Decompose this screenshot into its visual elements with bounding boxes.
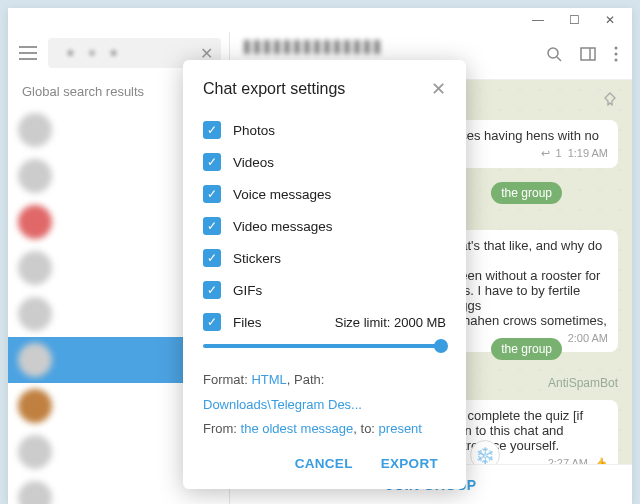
bot-name: AntiSpamBot	[548, 376, 618, 390]
format-row: Format: HTML, Path: Downloads\Telegram D…	[203, 368, 446, 417]
bot-avatar[interactable]: ❄️	[470, 440, 500, 464]
checkbox-icon: ✓	[203, 153, 221, 171]
option-stickers[interactable]: ✓Stickers	[203, 242, 446, 274]
pin-icon[interactable]	[602, 90, 618, 110]
checkbox-icon: ✓	[203, 217, 221, 235]
thumb-icon: 👍	[594, 457, 608, 464]
joined-pill: the group	[491, 182, 562, 204]
checkbox-icon: ✓	[203, 313, 221, 331]
message[interactable]: nces having hens with no ↩11:19 AM	[443, 120, 618, 168]
minimize-button[interactable]: —	[520, 9, 556, 31]
option-gifs[interactable]: ✓GIFs	[203, 274, 446, 306]
svg-point-3	[615, 52, 618, 55]
format-link[interactable]: HTML	[251, 372, 286, 387]
svg-point-2	[615, 46, 618, 49]
export-settings-modal: Chat export settings ✕ ✓Photos ✓Videos ✓…	[183, 60, 466, 489]
to-link[interactable]: present	[379, 421, 422, 436]
svg-point-4	[615, 58, 618, 61]
modal-title: Chat export settings	[203, 80, 345, 98]
search-icon[interactable]	[546, 46, 562, 66]
option-files[interactable]: ✓FilesSize limit: 2000 MB	[203, 306, 446, 338]
joined-pill: the group	[491, 338, 562, 360]
svg-rect-1	[581, 48, 595, 60]
more-icon[interactable]	[614, 46, 618, 66]
size-limit-slider[interactable]	[203, 344, 446, 348]
close-window-button[interactable]: ✕	[592, 9, 628, 31]
slider-thumb[interactable]	[434, 339, 448, 353]
search-text-blurred	[56, 46, 200, 60]
checkbox-icon: ✓	[203, 281, 221, 299]
checkbox-icon: ✓	[203, 185, 221, 203]
panel-icon[interactable]	[580, 46, 596, 66]
message[interactable]: hat's that like, and why do ... been wit…	[443, 230, 618, 352]
menu-button[interactable]	[16, 41, 40, 65]
path-link[interactable]: Downloads\Telegram Des...	[203, 397, 362, 412]
from-link[interactable]: the oldest message	[241, 421, 354, 436]
reply-icon: ↩	[541, 147, 550, 160]
option-photos[interactable]: ✓Photos	[203, 114, 446, 146]
option-videos[interactable]: ✓Videos	[203, 146, 446, 178]
chat-title-blurred	[244, 40, 384, 54]
window-titlebar: — ☐ ✕	[8, 8, 632, 32]
checkbox-icon: ✓	[203, 249, 221, 267]
range-row: From: the oldest message, to: present	[203, 417, 446, 442]
export-button[interactable]: EXPORT	[381, 456, 438, 471]
option-video-messages[interactable]: ✓Video messages	[203, 210, 446, 242]
checkbox-icon: ✓	[203, 121, 221, 139]
close-icon[interactable]: ✕	[431, 78, 446, 100]
cancel-button[interactable]: CANCEL	[295, 456, 353, 471]
size-limit-label: Size limit: 2000 MB	[335, 315, 446, 330]
svg-point-0	[548, 48, 558, 58]
option-voice-messages[interactable]: ✓Voice messages	[203, 178, 446, 210]
maximize-button[interactable]: ☐	[556, 9, 592, 31]
